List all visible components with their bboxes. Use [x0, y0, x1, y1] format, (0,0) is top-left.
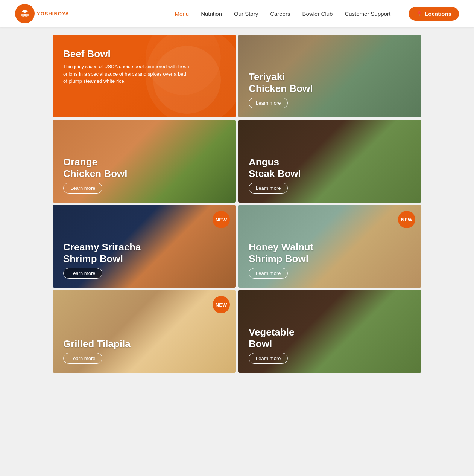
menu-grid: Beef Bowl Thin juicy slices of USDA choi… — [53, 35, 421, 373]
honey-walnut-learn-more-button[interactable]: Learn more — [249, 268, 288, 279]
tilapia-title: Grilled Tilapila — [63, 338, 225, 350]
vegetable-title: Vegetable Bowl — [249, 326, 411, 350]
menu-card-orange-chicken[interactable]: Orange Chicken Bowl Learn more — [53, 120, 236, 203]
new-badge-tilapia: NEW — [213, 296, 230, 313]
nav-bowler-club[interactable]: Bowler Club — [302, 11, 333, 17]
nav-nutrition[interactable]: Nutrition — [201, 11, 222, 17]
tilapia-learn-more-button[interactable]: Learn more — [63, 353, 102, 364]
menu-card-sriracha-shrimp[interactable]: NEW Creamy Sriracha Shrimp Bowl Learn mo… — [53, 205, 236, 288]
menu-card-angus-steak[interactable]: Angus Steak Bowl Learn more — [238, 120, 421, 203]
menu-card-beef-bowl[interactable]: Beef Bowl Thin juicy slices of USDA choi… — [53, 35, 236, 117]
yoshinoya-logo-icon — [15, 4, 35, 23]
nav-customer-support[interactable]: Customer Support — [345, 11, 390, 17]
orange-chicken-learn-more-button[interactable]: Learn more — [63, 183, 102, 194]
teriyaki-title: Teriyaki Chicken Bowl — [249, 71, 411, 95]
honey-walnut-title: Honey Walnut Shrimp Bowl — [249, 241, 411, 265]
locations-button[interactable]: Locations — [409, 7, 459, 21]
menu-card-vegetable-bowl[interactable]: Vegetable Bowl Learn more — [238, 290, 421, 373]
nav-careers[interactable]: Careers — [270, 11, 290, 17]
new-badge-sriracha: NEW — [213, 211, 230, 228]
sriracha-learn-more-button[interactable]: Learn more — [63, 268, 102, 279]
logo[interactable]: YOSHINOYA — [15, 4, 69, 23]
main-nav: Menu Nutrition Our Story Careers Bowler … — [175, 7, 459, 21]
menu-card-teriyaki[interactable]: Teriyaki Chicken Bowl Learn more — [238, 35, 421, 117]
nav-our-story[interactable]: Our Story — [234, 11, 258, 17]
svg-point-0 — [15, 4, 35, 23]
menu-card-grilled-tilapia[interactable]: NEW Grilled Tilapila Learn more — [53, 290, 236, 373]
header: YOSHINOYA Menu Nutrition Our Story Caree… — [0, 0, 474, 27]
nav-menu[interactable]: Menu — [175, 11, 189, 17]
location-pin-icon — [416, 11, 422, 17]
vegetable-learn-more-button[interactable]: Learn more — [249, 353, 288, 364]
menu-card-honey-walnut-shrimp[interactable]: NEW Honey Walnut Shrimp Bowl Learn more — [238, 205, 421, 288]
new-badge-honey-walnut: NEW — [398, 211, 415, 228]
beef-bowl-title: Beef Bowl — [63, 48, 225, 60]
angus-steak-learn-more-button[interactable]: Learn more — [249, 183, 288, 194]
teriyaki-learn-more-button[interactable]: Learn more — [249, 98, 288, 108]
sriracha-title: Creamy Sriracha Shrimp Bowl — [63, 241, 225, 265]
logo-text: YOSHINOYA — [37, 11, 69, 17]
orange-chicken-title: Orange Chicken Bowl — [63, 156, 225, 180]
main-content: Beef Bowl Thin juicy slices of USDA choi… — [49, 35, 425, 373]
beef-bowl-description: Thin juicy slices of USDA choice beef si… — [63, 63, 191, 85]
angus-steak-title: Angus Steak Bowl — [249, 156, 411, 180]
